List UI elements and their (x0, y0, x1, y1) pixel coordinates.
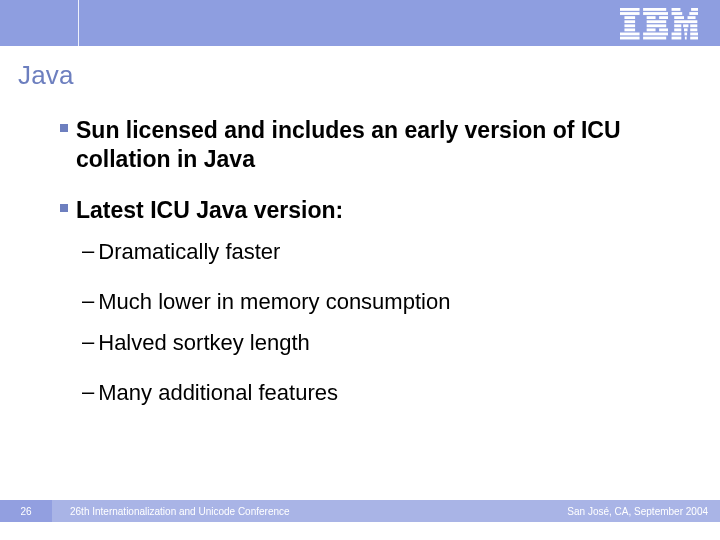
svg-rect-2 (624, 16, 635, 19)
svg-rect-26 (683, 24, 688, 27)
svg-rect-22 (674, 16, 684, 19)
svg-rect-14 (646, 28, 655, 31)
bullet-text: Many additional features (98, 379, 338, 407)
svg-rect-3 (624, 20, 635, 23)
dash-bullet-icon: – (82, 288, 94, 314)
bullet-level2: – Many additional features (82, 379, 690, 407)
svg-rect-18 (671, 8, 680, 11)
svg-rect-4 (624, 24, 635, 27)
dash-bullet-icon: – (82, 379, 94, 405)
svg-rect-9 (643, 12, 668, 15)
ibm-logo-icon (620, 8, 698, 40)
bullet-text: Halved sortkey length (98, 329, 310, 357)
footer-bar: 26 26th Internationalization and Unicode… (0, 500, 720, 522)
svg-rect-16 (643, 33, 668, 36)
bullet-level2: – Halved sortkey length (82, 329, 690, 357)
dash-bullet-icon: – (82, 238, 94, 264)
bullet-level1: Latest ICU Java version: (60, 196, 690, 225)
svg-rect-29 (684, 28, 688, 31)
svg-rect-27 (690, 24, 697, 27)
bullet-text: Sun licensed and includes an early versi… (76, 116, 690, 174)
svg-rect-24 (674, 20, 697, 23)
square-bullet-icon (60, 124, 68, 132)
svg-rect-32 (684, 33, 687, 36)
footer-right-text: San José, CA, September 2004 (567, 506, 708, 517)
svg-rect-17 (643, 37, 666, 40)
svg-rect-7 (620, 37, 640, 40)
svg-rect-28 (674, 28, 681, 31)
svg-rect-20 (671, 12, 682, 15)
header-band (0, 0, 720, 46)
svg-rect-6 (620, 33, 640, 36)
header-divider (78, 0, 79, 46)
svg-rect-34 (671, 37, 681, 40)
svg-rect-1 (620, 12, 640, 15)
bullet-text: Latest ICU Java version: (76, 196, 343, 225)
footer-left-text: 26th Internationalization and Unicode Co… (70, 506, 290, 517)
svg-rect-19 (691, 8, 698, 11)
svg-rect-33 (690, 33, 698, 36)
svg-rect-25 (674, 24, 681, 27)
bullet-level1: Sun licensed and includes an early versi… (60, 116, 690, 174)
bullet-text: Much lower in memory consumption (98, 288, 450, 316)
svg-rect-5 (624, 28, 635, 31)
svg-rect-23 (687, 16, 695, 19)
svg-rect-31 (671, 33, 681, 36)
svg-rect-10 (646, 16, 655, 19)
page-number: 26 (0, 500, 52, 522)
dash-bullet-icon: – (82, 329, 94, 355)
bullet-level2: – Much lower in memory consumption (82, 288, 690, 316)
svg-rect-35 (685, 37, 687, 40)
svg-rect-36 (690, 37, 698, 40)
bullet-level2: – Dramatically faster (82, 238, 690, 266)
slide-title: Java (18, 60, 74, 91)
bullet-text: Dramatically faster (98, 238, 280, 266)
square-bullet-icon (60, 204, 68, 212)
svg-rect-21 (689, 12, 698, 15)
slide: Java Sun licensed and includes an early … (0, 0, 720, 540)
slide-content: Sun licensed and includes an early versi… (60, 104, 690, 406)
svg-rect-11 (659, 16, 668, 19)
svg-rect-30 (690, 28, 697, 31)
svg-rect-8 (643, 8, 666, 11)
svg-rect-15 (659, 28, 668, 31)
svg-rect-0 (620, 8, 640, 11)
svg-rect-12 (646, 20, 666, 23)
svg-rect-13 (646, 24, 666, 27)
